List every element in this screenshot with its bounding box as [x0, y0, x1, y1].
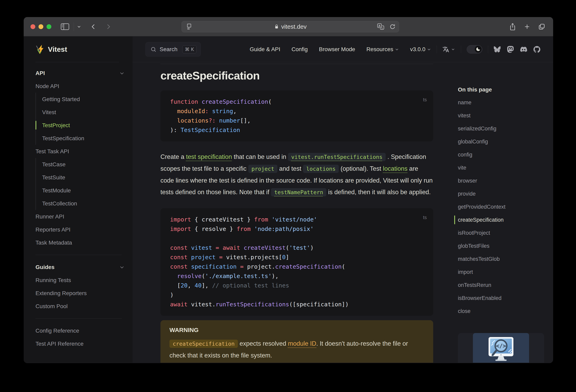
sidebar-toggle-icon[interactable] [61, 23, 69, 30]
sidebar-item-test-api-reference[interactable]: Test API Reference [35, 337, 125, 350]
outline-item-ontestsrerun[interactable]: onTestsRerun [458, 279, 553, 292]
sidebar-item-testproject[interactable]: TestProject [42, 119, 125, 132]
sidebar-item-getting-started[interactable]: Getting Started [42, 93, 125, 106]
outline-item-globtestfiles[interactable]: globTestFiles [458, 240, 553, 253]
nav-item-guide-api[interactable]: Guide & API [250, 46, 280, 53]
outline-item-vite[interactable]: vite [458, 161, 553, 174]
sidebar-item-custom-pool[interactable]: Custom Pool [35, 300, 125, 313]
nav-item-config[interactable]: Config [291, 46, 308, 53]
sponsor-card[interactable]: </> [458, 333, 544, 363]
code-line: resolve('./example.test.ts'), [170, 271, 424, 281]
outline-item-serializedconfig[interactable]: serializedConfig [458, 122, 553, 135]
search-label: Search [160, 46, 177, 53]
sidebar-item-runner-api[interactable]: Runner API [35, 210, 125, 223]
outline-item-close[interactable]: close [458, 305, 553, 318]
address-bar[interactable]: vitest.dev A x [181, 21, 399, 32]
chevron-down-icon[interactable] [77, 24, 82, 29]
code-monitor-icon: </> [485, 336, 517, 363]
inline-code: createSpecification [170, 340, 238, 348]
back-button[interactable] [90, 24, 97, 30]
site-title: Vitest [48, 45, 67, 53]
code-content: import { createVitest } from 'vitest/nod… [170, 215, 424, 309]
new-tab-icon[interactable] [523, 23, 531, 30]
sidebar-item-reporters-api[interactable]: Reporters API [35, 223, 125, 236]
code-line [170, 234, 424, 243]
inline-code: project [248, 165, 278, 173]
outline-item-isrootproject[interactable]: isRootProject [458, 226, 553, 240]
window-controls [30, 24, 51, 29]
text-run: Create a [160, 153, 186, 160]
chevron-down-icon [451, 47, 455, 52]
outline-item-createspecification[interactable]: createSpecification [458, 213, 553, 226]
sidebar-section-api[interactable]: API [35, 67, 125, 80]
github-icon[interactable] [533, 46, 540, 53]
sidebar-item-testsuite[interactable]: TestSuite [42, 171, 125, 184]
nav-item-resources[interactable]: Resources [366, 46, 399, 53]
sidebar-label: Custom Pool [35, 303, 68, 309]
sidebar-item-extending-reporters[interactable]: Extending Reporters [35, 287, 125, 300]
social-links [494, 46, 540, 53]
translate-icon[interactable]: A x [377, 23, 385, 30]
outline-item-getprovidedcontext[interactable]: getProvidedContext [458, 200, 553, 213]
warning-callout: WARNING createSpecification expects reso… [160, 320, 433, 363]
code-content: function createSpecification( moduleId: … [170, 97, 424, 135]
sidebar-label: Config Reference [35, 328, 79, 334]
outline-item-config[interactable]: config [458, 148, 553, 161]
toolbar-divider [74, 22, 74, 31]
outline-item-import[interactable]: import [458, 266, 553, 279]
bluesky-icon[interactable] [494, 46, 501, 53]
close-window-button[interactable] [30, 24, 35, 29]
sidebar-label: Test Task API [35, 148, 69, 155]
zoom-window-button[interactable] [47, 24, 51, 29]
sidebar-item-task-metadata[interactable]: Task Metadata [35, 236, 125, 249]
reload-icon[interactable] [389, 24, 396, 30]
nav-item-browser-mode[interactable]: Browser Mode [319, 46, 355, 53]
inline-code-link[interactable]: testNamePattern [271, 188, 326, 196]
mastodon-icon[interactable] [507, 46, 514, 53]
sidebar-divider [35, 318, 122, 319]
tab-overview-icon[interactable] [538, 23, 546, 30]
discord-icon[interactable] [520, 46, 527, 53]
inline-link[interactable]: module ID [288, 340, 316, 347]
sidebar-item-config-reference[interactable]: Config Reference [35, 324, 125, 337]
code-line: ): TestSpecification [170, 125, 424, 135]
sidebar-item-vitest[interactable]: Vitest [42, 106, 125, 119]
outline-item-browser[interactable]: browser [458, 174, 553, 187]
theme-toggle[interactable] [467, 45, 482, 54]
sidebar-item-test-task-api[interactable]: Test Task API [35, 145, 125, 158]
search-button[interactable]: Search ⌘ K [145, 42, 201, 57]
site-logo[interactable]: Vitest [24, 36, 133, 62]
outline-item-vitest[interactable]: vitest [458, 109, 553, 122]
chevron-down-icon [427, 47, 431, 51]
sidebar-item-running-tests[interactable]: Running Tests [35, 274, 125, 287]
outline-item-isbrowserenabled[interactable]: isBrowserEnabled [458, 292, 553, 305]
nav-links: Guide & APIConfigBrowser ModeResourcesv3… [250, 46, 431, 53]
sidebar-item-testcollection[interactable]: TestCollection [42, 197, 125, 210]
outline-item-matchestestglob[interactable]: matchesTestGlob [458, 253, 553, 266]
sidebar-label: API [35, 70, 45, 76]
nav-item-v3-0-0[interactable]: v3.0.0 [410, 46, 431, 53]
sidebar-section-guides[interactable]: Guides [35, 261, 125, 274]
share-icon[interactable] [509, 23, 516, 31]
svg-text:</>: </> [496, 343, 506, 349]
code-line: ) [170, 290, 424, 300]
nav-item-label: v3.0.0 [410, 46, 425, 53]
inline-link[interactable]: test specification [186, 153, 232, 160]
sidebar-item-node-api[interactable]: Node API [35, 80, 125, 93]
inline-code-link[interactable]: vitest.runTestSpecifications [288, 153, 386, 161]
sidebar-group: Getting StartedVitestTestProjectTestSpec… [35, 93, 125, 145]
inline-link[interactable]: locations [383, 165, 407, 172]
code-line: await vitest.runTestSpecifications([spec… [170, 300, 424, 309]
sidebar-item-testspecification[interactable]: TestSpecification [42, 132, 125, 145]
nav-item-label: Config [291, 46, 308, 53]
forward-button[interactable] [105, 24, 112, 30]
sidebar-item-testmodule[interactable]: TestModule [42, 184, 125, 197]
sidebar-label: Runner API [35, 213, 64, 220]
sidebar-item-testcase[interactable]: TestCase [42, 158, 125, 171]
outline-item-globalconfig[interactable]: globalConfig [458, 135, 553, 148]
outline-item-name[interactable]: name [458, 96, 553, 109]
vitest-logo-icon [35, 45, 45, 54]
minimize-window-button[interactable] [38, 24, 43, 29]
outline-item-provide[interactable]: provide [458, 187, 553, 200]
language-menu[interactable] [442, 46, 455, 53]
